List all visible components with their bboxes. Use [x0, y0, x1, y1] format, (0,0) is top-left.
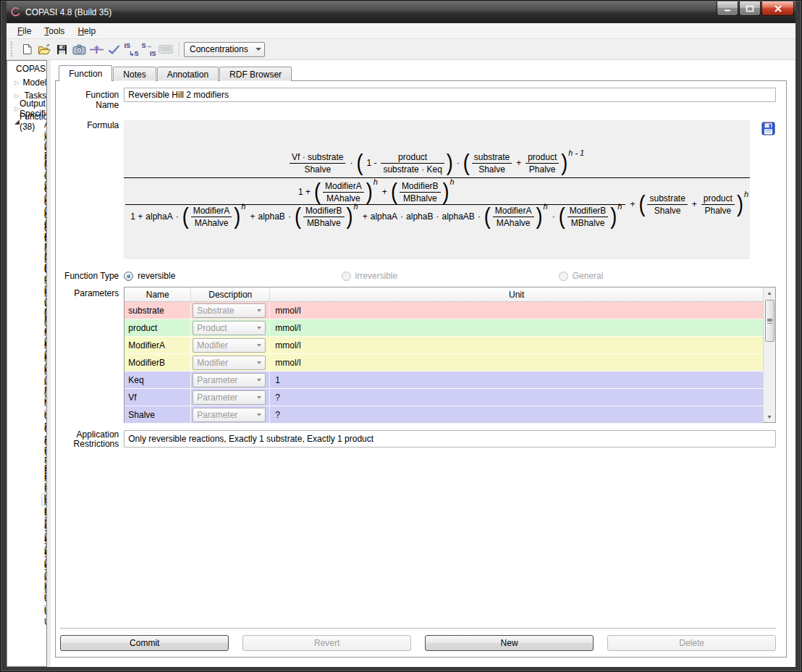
open-file-button[interactable]	[35, 41, 53, 58]
tree-branch[interactable]: Functions (38)	[7, 115, 46, 128]
tree-branch-label: Functions (38)	[20, 112, 47, 132]
maximize-button[interactable]	[739, 1, 761, 16]
column-header-unit[interactable]: Unit	[270, 287, 763, 301]
tree-function-list: Allosteric inhibition (empirical) Allost…	[7, 128, 46, 623]
application-restrictions-input[interactable]	[124, 430, 776, 448]
menu-item[interactable]: Help	[71, 24, 102, 38]
dropdown-arrow-icon	[257, 327, 261, 329]
action-button[interactable]: Revert	[242, 635, 411, 651]
minimize-button[interactable]	[717, 1, 738, 16]
dropdown-arrow-icon	[257, 413, 261, 416]
action-button[interactable]: Delete	[607, 635, 776, 651]
button-separator	[60, 628, 776, 629]
function-type-option[interactable]: reversible	[124, 271, 341, 281]
function-type-option[interactable]: irreversible	[342, 271, 559, 281]
function-editor: Function Name Formula Vf · substrateShal…	[55, 80, 787, 658]
param-unit-cell[interactable]: ?	[270, 410, 763, 420]
scrollbar-grip-icon	[767, 319, 772, 324]
window-title: COPASI 4.8 (Build 35)	[25, 7, 111, 17]
param-name-cell[interactable]: Keq	[124, 371, 191, 388]
tab[interactable]: Notes	[113, 67, 156, 81]
slider-button[interactable]	[88, 41, 105, 58]
param-name-cell[interactable]: substrate	[124, 302, 191, 319]
param-name-cell[interactable]: ModifierA	[124, 337, 191, 353]
framework-dropdown[interactable]: Concentrations	[184, 42, 265, 57]
radio-icon	[124, 272, 133, 281]
description-dropdown[interactable]: Product	[193, 321, 266, 335]
param-description-cell: Parameter	[191, 406, 270, 423]
menu-item[interactable]: File	[11, 24, 38, 38]
dropdown-arrow-icon	[257, 361, 261, 364]
menu-item[interactable]: Tools	[38, 24, 71, 38]
save-formula-button[interactable]	[760, 120, 776, 136]
tree-branches: Model Tasks Output Specifications Functi…	[7, 76, 46, 128]
function-name-input[interactable]	[124, 88, 776, 102]
description-dropdown[interactable]: Modifier	[193, 356, 266, 370]
param-name-cell[interactable]: ModifierB	[124, 354, 191, 371]
param-description-cell: Substrate	[191, 302, 270, 319]
param-unit-cell[interactable]: ?	[270, 392, 763, 403]
param-unit-cell[interactable]: mmol/l	[270, 306, 763, 316]
function-type-option[interactable]: General	[559, 271, 776, 281]
description-dropdown[interactable]: Parameter	[193, 373, 266, 387]
save-file-button[interactable]	[53, 41, 70, 58]
close-button[interactable]	[761, 1, 794, 16]
column-header-name[interactable]: Name	[124, 287, 191, 301]
is-to-s-button[interactable]: IS↳S	[122, 41, 140, 58]
save-formula-icon	[761, 122, 775, 135]
scroll-down-icon[interactable]: ▼	[764, 411, 775, 422]
s-to-is-button[interactable]: S→IS	[140, 41, 157, 58]
miriam-icon	[159, 45, 173, 54]
description-dropdown[interactable]: Parameter	[193, 408, 266, 422]
action-button[interactable]: New	[425, 635, 594, 651]
tab[interactable]: Annotation	[157, 67, 219, 81]
param-unit-cell[interactable]: mmol/l	[270, 340, 763, 350]
table-row: ModifierB Modifier mmol/l	[124, 354, 763, 371]
param-unit-cell[interactable]: mmol/l	[270, 358, 763, 368]
table-row: product Product mmol/l	[124, 319, 763, 337]
expand-arrow-icon[interactable]	[14, 105, 20, 112]
param-name-cell[interactable]: Vf	[124, 389, 191, 406]
tab[interactable]: RDF Browser	[219, 67, 292, 81]
param-name-cell[interactable]: Shalve	[124, 406, 191, 423]
capture-image-button[interactable]	[70, 41, 88, 58]
param-name-cell[interactable]: product	[124, 319, 191, 336]
copasi-window: COPASI 4.8 (Build 35) FileToolsHelp	[0, 0, 802, 672]
formula-denominator: 1 + ( ModifierAMAhalve )h + ( ModifierBM…	[124, 181, 750, 228]
check-model-button[interactable]	[105, 41, 122, 58]
tab[interactable]: Function	[59, 65, 112, 81]
formula-display[interactable]: Vf · substrateShalve · ( 1 - productsubs…	[124, 120, 750, 259]
action-button[interactable]: Commit	[60, 635, 229, 651]
new-file-button[interactable]	[18, 41, 35, 58]
table-header-row: Name Description Unit	[124, 287, 763, 302]
description-dropdown[interactable]: Parameter	[193, 390, 266, 405]
titlebar[interactable]: COPASI 4.8 (Build 35)	[7, 1, 795, 23]
miriam-button[interactable]	[157, 41, 174, 58]
check-model-icon	[108, 45, 120, 54]
expand-arrow-icon[interactable]	[14, 118, 20, 125]
parameters-label: Parameters	[60, 287, 124, 423]
tree-branch[interactable]: Model	[7, 76, 46, 89]
toolbar-grip[interactable]	[11, 42, 14, 56]
param-unit-cell[interactable]: mmol/l	[270, 323, 763, 333]
param-unit-cell[interactable]: 1	[270, 375, 763, 385]
expand-arrow-icon[interactable]	[14, 79, 23, 86]
tab-bar: FunctionNotesAnnotationRDF Browser	[55, 66, 787, 80]
description-dropdown[interactable]: Modifier	[193, 338, 266, 353]
table-scrollbar[interactable]: ▲ ▼	[763, 287, 775, 422]
tree-root-copasi[interactable]: COPASI	[7, 63, 46, 76]
table-row: Shalve Parameter ?	[124, 406, 763, 424]
application-restrictions-label: Application Restrictions	[60, 430, 124, 449]
tree-item-function[interactable]: Uni Uni	[41, 610, 45, 623]
description-dropdown[interactable]: Substrate	[193, 303, 266, 318]
menu-bar: FileToolsHelp	[7, 23, 795, 39]
close-icon	[774, 5, 782, 12]
radio-icon	[559, 272, 568, 281]
scrollbar-thumb[interactable]	[765, 300, 774, 342]
parameters-table: Name Description Unit substrate	[124, 287, 776, 423]
column-header-description[interactable]: Description	[191, 287, 270, 301]
scroll-up-icon[interactable]: ▲	[764, 287, 775, 298]
dropdown-arrow-icon	[253, 43, 264, 56]
maximize-icon	[746, 5, 754, 12]
toolbar-separator	[179, 42, 180, 57]
